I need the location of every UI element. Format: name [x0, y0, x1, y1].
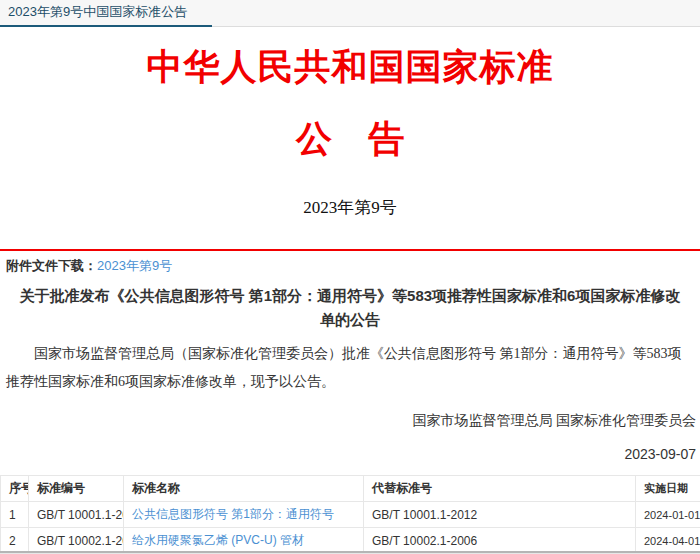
standards-table-header: 序号 标准编号 标准名称 代替标准号 实施日期 — [1, 476, 700, 502]
cell-index: 1 — [1, 502, 29, 528]
national-standard-title: 中华人民共和国国家标准 — [0, 45, 700, 89]
col-header-name: 标准名称 — [124, 476, 364, 502]
issuing-authority-signature: 国家市场监督管理总局 国家标准化管理委员会 — [0, 412, 696, 430]
cell-index: 2 — [1, 528, 29, 554]
announcement-subtitle: 公 告 — [0, 117, 700, 161]
col-header-code: 标准编号 — [29, 476, 124, 502]
tab-bar: 2023年第9号中国国家标准公告 — [0, 0, 700, 27]
standards-table-body: 1 GB/T 10001.1-2023 公共信息图形符号 第1部分：通用符号 G… — [1, 502, 700, 554]
cell-standard-name: 给水用硬聚氯乙烯 (PVC-U) 管材 — [124, 528, 364, 554]
standard-name-link[interactable]: 给水用硬聚氯乙烯 (PVC-U) 管材 — [132, 533, 304, 547]
col-header-effective: 实施日期 — [636, 476, 700, 502]
cell-effective-date: 2024-04-01 — [636, 528, 700, 554]
attachment-label: 附件文件下载： — [6, 258, 97, 273]
announcement-body: 国家市场监督管理总局（国家标准化管理委员会）批准《公共信息图形符号 第1部分：通… — [6, 340, 694, 396]
attachment-download-link[interactable]: 2023年第9号 — [97, 258, 172, 273]
standard-name-link[interactable]: 公共信息图形符号 第1部分：通用符号 — [132, 507, 334, 521]
table-row: 2 GB/T 10002.1-2023 给水用硬聚氯乙烯 (PVC-U) 管材 … — [1, 528, 700, 554]
cell-standard-code: GB/T 10002.1-2023 — [29, 528, 124, 554]
attachment-row: 附件文件下载：2023年第9号 — [0, 251, 700, 278]
viewport-bottom-edge — [0, 551, 700, 553]
cell-standard-name: 公共信息图形符号 第1部分：通用符号 — [124, 502, 364, 528]
cell-standard-code: GB/T 10001.1-2023 — [29, 502, 124, 528]
standards-table: 序号 标准编号 标准名称 代替标准号 实施日期 1 GB/T 10001.1-2… — [0, 475, 700, 554]
col-header-replaces: 代替标准号 — [364, 476, 636, 502]
tab-active-announcement[interactable]: 2023年第9号中国国家标准公告 — [0, 0, 212, 27]
announcement-page: 2023年第9号中国国家标准公告 中华人民共和国国家标准 公 告 2023年第9… — [0, 0, 700, 554]
cell-effective-date: 2024-01-01 — [636, 502, 700, 528]
announcement-heading: 关于批准发布《公共信息图形符号 第1部分：通用符号》等583项推荐性国家标准和6… — [14, 284, 686, 332]
col-header-index: 序号 — [1, 476, 29, 502]
cell-replaced-standard: GB/T 10001.1-2012 — [364, 502, 636, 528]
document-header: 中华人民共和国国家标准 公 告 2023年第9号 — [0, 45, 700, 219]
cell-replaced-standard: GB/T 10002.1-2006 — [364, 528, 636, 554]
table-row: 1 GB/T 10001.1-2023 公共信息图形符号 第1部分：通用符号 G… — [1, 502, 700, 528]
announcement-date: 2023-09-07 — [0, 446, 696, 462]
issue-number: 2023年第9号 — [0, 197, 700, 219]
